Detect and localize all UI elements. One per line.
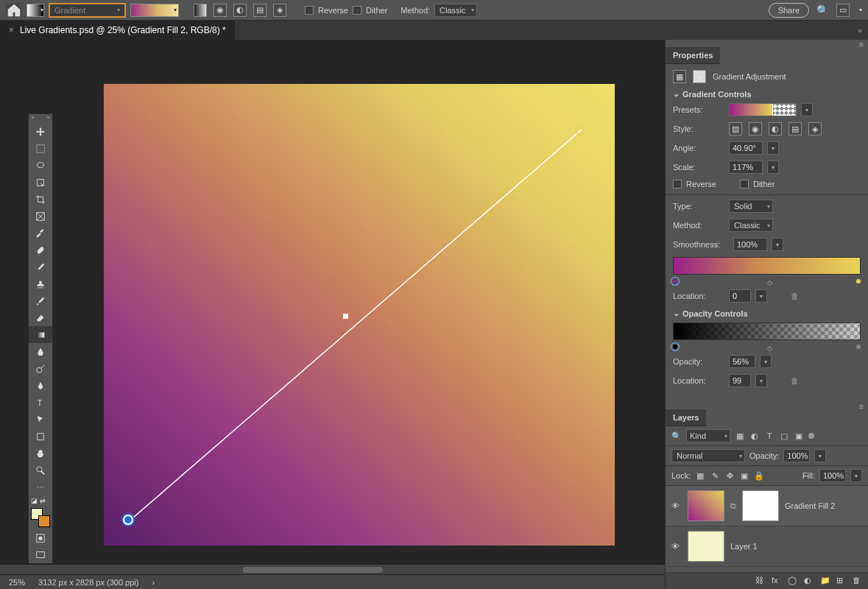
canvas-area[interactable] [54, 40, 665, 589]
gradient-start-handle[interactable] [123, 515, 133, 525]
gradient-midpoint-handle[interactable] [343, 314, 348, 319]
delete-stop-icon[interactable]: 🗑 [791, 292, 799, 300]
eyedropper-tool[interactable] [29, 225, 52, 241]
group-icon[interactable]: 📁 [820, 576, 830, 586]
mask-add-icon[interactable]: ◯ [788, 576, 798, 586]
history-brush-tool[interactable] [29, 292, 52, 309]
lock-paint-icon[interactable]: ✎ [710, 470, 720, 481]
angle-dropdown[interactable]: ▾ [767, 141, 779, 155]
layer-row[interactable]: 👁 Layer 1 [666, 526, 868, 567]
screenmode-icon[interactable] [29, 546, 52, 563]
toolbox-close-icon[interactable]: × [31, 114, 35, 123]
workspace-layout-icon[interactable]: ▭ [836, 4, 850, 17]
gradient-preset-field[interactable]: Gradient ▾ [49, 3, 126, 18]
tab-overflow-icon[interactable]: » [858, 26, 868, 35]
canvas[interactable] [104, 84, 615, 546]
layer-thumbnail[interactable] [688, 531, 724, 562]
search-icon[interactable]: 🔍 [671, 431, 682, 441]
midpoint-icon[interactable]: ◇ [767, 279, 772, 286]
stamp-tool[interactable] [29, 275, 52, 292]
chevron-down-icon[interactable]: ▾ [859, 7, 862, 13]
lock-transparency-icon[interactable]: ▩ [695, 470, 705, 481]
style-reflected-icon[interactable]: ▤ [253, 4, 267, 17]
style-diamond-icon[interactable]: ◈ [273, 4, 286, 17]
layer-thumbnail[interactable] [688, 490, 724, 521]
gradient-tool[interactable] [29, 326, 52, 343]
marquee-tool[interactable] [29, 140, 52, 157]
scale-dropdown[interactable]: ▾ [767, 161, 779, 174]
style-diamond-icon[interactable]: ◈ [808, 122, 822, 135]
link-icon[interactable]: ⧉ [730, 501, 736, 511]
blend-mode-select[interactable]: Normal [671, 449, 745, 462]
type-select[interactable]: Solid [729, 200, 773, 213]
filter-type-icon[interactable]: T [764, 431, 775, 441]
move-tool[interactable] [29, 123, 52, 140]
visibility-toggle[interactable]: 👁 [671, 501, 682, 510]
panel-menu-icon[interactable]: ≡ [666, 40, 868, 47]
healing-tool[interactable] [29, 241, 52, 258]
more-tools[interactable]: ⋯ [29, 479, 52, 495]
document-info[interactable]: 3132 px x 2828 px (300 ppi) [38, 578, 138, 587]
lock-position-icon[interactable]: ✥ [724, 470, 735, 481]
toolbox-expand-icon[interactable]: » [47, 114, 50, 123]
new-layer-icon[interactable]: ⊞ [836, 576, 847, 586]
gradient-controls-section[interactable]: ⌄Gradient Controls [673, 89, 861, 99]
style-angle-icon[interactable]: ◐ [233, 4, 247, 17]
status-arrow-icon[interactable]: › [152, 578, 155, 587]
quickmask-icon[interactable] [29, 529, 52, 546]
layer-name[interactable]: Gradient Fill 2 [785, 501, 835, 510]
object-select-tool[interactable] [29, 174, 52, 191]
layer-opacity-field[interactable]: 100% [783, 449, 810, 462]
home-button[interactable] [6, 3, 22, 18]
opacity-stop-left[interactable] [671, 343, 679, 350]
pen-tool[interactable] [29, 377, 52, 394]
location2-field[interactable]: 99 [729, 374, 751, 387]
layer-filter-kind[interactable]: Kind [686, 429, 730, 442]
shape-tool[interactable] [29, 428, 52, 445]
midpoint-icon[interactable]: ◇ [767, 345, 772, 352]
location2-dropdown[interactable]: ▾ [755, 374, 767, 387]
filter-image-icon[interactable]: ▦ [735, 431, 745, 441]
opacity-controls-section[interactable]: ⌄Opacity Controls [673, 308, 861, 318]
filter-shape-icon[interactable]: ▢ [779, 431, 789, 441]
blur-tool[interactable] [29, 343, 52, 360]
eraser-tool[interactable] [29, 309, 52, 326]
dodge-tool[interactable] [29, 360, 52, 377]
opacity-field[interactable]: 56% [729, 355, 755, 368]
frame-tool[interactable] [29, 208, 52, 225]
location-field[interactable]: 0 [729, 289, 751, 303]
fill-dropdown[interactable]: ▾ [850, 469, 862, 482]
gradient-widget-line[interactable] [128, 130, 582, 522]
style-linear-icon[interactable]: ▨ [729, 122, 742, 135]
path-select-tool[interactable] [29, 411, 52, 428]
layers-menu-icon[interactable]: ≡ [666, 402, 868, 409]
opacity-stop-right[interactable] [855, 343, 862, 350]
location-dropdown[interactable]: ▾ [755, 289, 767, 303]
fx-icon[interactable]: fx [772, 576, 782, 586]
close-tab-icon[interactable]: × [9, 25, 14, 35]
lock-nest-icon[interactable]: ▣ [739, 470, 749, 481]
visibility-toggle[interactable]: 👁 [671, 542, 682, 551]
adjustment-add-icon[interactable]: ◐ [804, 576, 814, 586]
layer-row[interactable]: 👁 ⧉ Gradient Fill 2 [666, 486, 868, 526]
angle-field[interactable]: 40.90° [729, 141, 763, 155]
reverse-checkbox[interactable] [305, 6, 314, 15]
color-stop-right[interactable] [855, 278, 862, 285]
delete-layer-icon[interactable]: 🗑 [853, 576, 863, 586]
zoom-tool[interactable] [29, 462, 52, 479]
filter-toggle-icon[interactable] [808, 433, 814, 439]
lock-all-icon[interactable]: 🔒 [754, 470, 764, 481]
color-stop-left[interactable] [671, 278, 679, 285]
color-gradient-bar[interactable] [673, 257, 861, 275]
presets-dropdown[interactable]: ▾ [801, 103, 813, 116]
swap-fgbg-icon[interactable]: ◪ ⇄ [29, 495, 52, 506]
opacity-stop-row[interactable]: ◇ [673, 343, 861, 352]
crop-tool[interactable] [29, 191, 52, 208]
style-reflected-icon[interactable]: ▤ [788, 122, 802, 135]
reverse-checkbox[interactable] [673, 180, 682, 188]
scale-field[interactable]: 117% [729, 161, 763, 174]
mask-thumbnail[interactable] [742, 490, 779, 521]
lasso-tool[interactable] [29, 157, 52, 174]
dither-checkbox[interactable] [740, 180, 749, 188]
method-select[interactable]: Classic [729, 219, 773, 232]
